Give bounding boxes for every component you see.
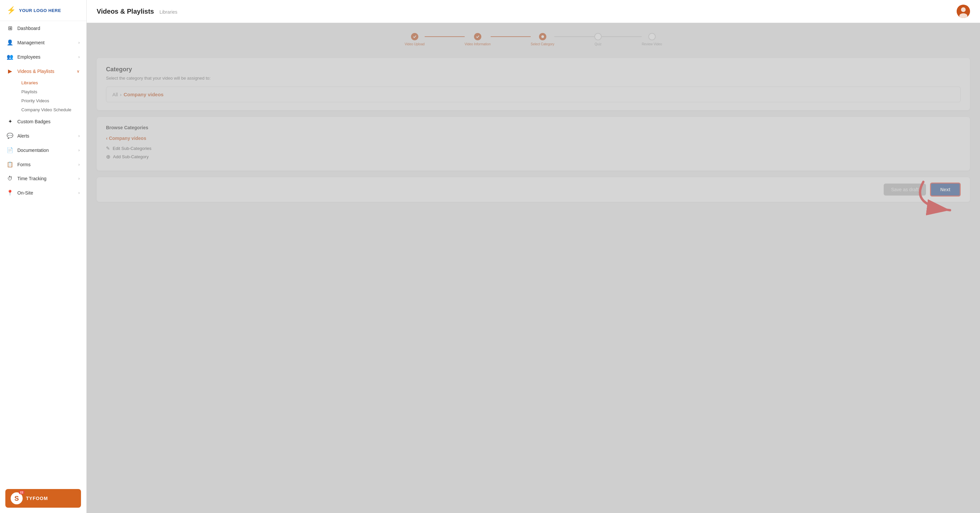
tyfoom-bar[interactable]: S 22 TYFOOM <box>5 489 81 508</box>
tyfoom-label: TYFOOM <box>26 496 48 501</box>
edit-sub-categories-label: Edit Sub-Categories <box>113 146 151 151</box>
nav-documentation-label: Documentation <box>18 148 49 153</box>
badges-icon: ✦ <box>7 118 13 125</box>
nav-time-tracking[interactable]: ⏱ Time Tracking › <box>0 172 86 186</box>
save-draft-button[interactable]: Save as draft <box>884 184 926 195</box>
videos-icon: ▶ <box>7 68 13 74</box>
step-label-2: Video Information <box>465 42 491 46</box>
sidebar-item-company-video-schedule[interactable]: Company Video Schedule <box>18 105 86 114</box>
time-tracking-icon: ⏱ <box>7 176 13 181</box>
category-section: Category Select the category that your v… <box>97 58 970 110</box>
videos-chevron-icon: ∨ <box>77 69 80 74</box>
page-subtitle: Libraries <box>159 10 177 15</box>
step-line-3 <box>554 36 594 37</box>
category-description: Select the category that your video will… <box>106 76 961 81</box>
step-circle-4 <box>594 33 602 40</box>
on-site-chevron-icon: › <box>78 191 80 195</box>
next-button[interactable]: Next <box>930 183 961 197</box>
step-line-4 <box>602 36 642 37</box>
step-review-video: Review Video <box>642 33 662 46</box>
documentation-icon: 📄 <box>7 147 13 153</box>
documentation-chevron-icon: › <box>78 148 80 152</box>
breadcrumb-chevron-icon: › <box>120 92 122 97</box>
alerts-icon: 💬 <box>7 133 13 139</box>
step-line-2 <box>491 36 531 37</box>
stepper: Video Upload Video Information Selec <box>97 33 970 46</box>
logo-area: ⚡ YOUR LOGO HERE <box>0 0 86 21</box>
nav-documentation[interactable]: 📄 Documentation › <box>0 143 86 157</box>
edit-icon: ✎ <box>106 146 110 151</box>
nav-forms-label: Forms <box>18 162 31 167</box>
main-content: Videos & Playlists Libraries Video Uploa… <box>87 0 980 513</box>
action-bar: Save as draft Next <box>97 177 970 202</box>
nav-employees[interactable]: 👥 Employees › <box>0 50 86 64</box>
nav-dashboard-label: Dashboard <box>18 25 40 31</box>
breadcrumb-all: All <box>112 92 118 97</box>
add-icon: ⊕ <box>106 154 110 160</box>
category-title: Category <box>106 66 961 73</box>
browse-title: Browse Categories <box>106 125 961 130</box>
nav-management[interactable]: 👤 Management › <box>0 35 86 50</box>
company-videos-link[interactable]: ‹ Company videos <box>106 136 961 141</box>
step-video-upload: Video Upload <box>405 33 425 46</box>
forms-chevron-icon: › <box>78 162 80 167</box>
sidebar-item-priority-videos[interactable]: Priority Videos <box>18 96 86 105</box>
nav-badges-label: Custom Badges <box>18 119 51 124</box>
management-icon: 👤 <box>7 39 13 46</box>
draft-label-2: ave as d <box>894 187 912 192</box>
breadcrumb-current: Company videos <box>124 92 164 97</box>
avatar[interactable] <box>957 5 970 18</box>
sidebar: ⚡ YOUR LOGO HERE ⊞ Dashboard 👤 Managemen… <box>0 0 87 513</box>
logo-icon: ⚡ <box>7 6 16 15</box>
step-quiz: Quiz <box>594 33 602 46</box>
step-circle-3 <box>539 33 546 40</box>
tyfoom-logo: S 22 <box>11 492 23 504</box>
sidebar-item-libraries[interactable]: Libraries <box>18 78 86 87</box>
step-circle-2 <box>474 33 481 40</box>
step-video-information: Video Information <box>465 33 491 46</box>
step-label-3: Select Category <box>531 42 554 46</box>
nav-dashboard[interactable]: ⊞ Dashboard <box>0 21 86 35</box>
nav-time-tracking-label: Time Tracking <box>18 176 46 181</box>
time-tracking-chevron-icon: › <box>78 176 80 181</box>
step-label-4: Quiz <box>595 42 602 46</box>
company-videos-label: Company videos <box>109 136 146 141</box>
employees-chevron-icon: › <box>78 55 80 59</box>
nav-alerts-label: Alerts <box>18 133 29 138</box>
step-circle-1 <box>411 33 418 40</box>
nav-sub-videos: Libraries Playlists Priority Videos Comp… <box>0 78 86 114</box>
management-chevron-icon: › <box>78 40 80 45</box>
step-circle-5 <box>648 33 655 40</box>
step-label-1: Video Upload <box>405 42 425 46</box>
breadcrumb: All › Company videos <box>106 87 961 102</box>
nav-videos-label: Videos & Playlists <box>18 68 54 74</box>
nav-on-site[interactable]: 📍 On-Site › <box>0 186 86 200</box>
nav-on-site-label: On-Site <box>18 190 33 195</box>
topbar-title-area: Videos & Playlists Libraries <box>97 8 177 15</box>
svg-point-1 <box>961 7 966 12</box>
step-select-category: Select Category <box>531 33 554 46</box>
dashboard-icon: ⊞ <box>7 25 13 31</box>
draft-label-3: raft <box>912 187 918 192</box>
employees-icon: 👥 <box>7 54 13 60</box>
nav-alerts[interactable]: 💬 Alerts › <box>0 129 86 143</box>
logo-text: YOUR LOGO HERE <box>19 8 61 13</box>
tyfoom-badge: 22 <box>19 490 25 494</box>
step-label-5: Review Video <box>642 42 662 46</box>
nav-management-label: Management <box>18 40 45 45</box>
page-title: Videos & Playlists <box>97 8 154 15</box>
topbar: Videos & Playlists Libraries <box>87 0 980 23</box>
nav-videos-playlists[interactable]: ▶ Videos & Playlists ∨ <box>0 64 86 78</box>
content-area: Video Upload Video Information Selec <box>87 23 980 513</box>
content-inner: Video Upload Video Information Selec <box>87 23 980 219</box>
sidebar-item-playlists[interactable]: Playlists <box>18 87 86 96</box>
add-sub-category[interactable]: ⊕ Add Sub-Category <box>106 154 961 160</box>
edit-sub-categories[interactable]: ✎ Edit Sub-Categories <box>106 146 961 151</box>
on-site-icon: 📍 <box>7 189 13 196</box>
alerts-chevron-icon: › <box>78 133 80 138</box>
nav-forms[interactable]: 📋 Forms › <box>0 157 86 172</box>
forms-icon: 📋 <box>7 161 13 168</box>
chevron-left-icon: ‹ <box>106 136 108 141</box>
add-sub-category-label: Add Sub-Category <box>113 154 149 159</box>
nav-custom-badges[interactable]: ✦ Custom Badges <box>0 114 86 129</box>
